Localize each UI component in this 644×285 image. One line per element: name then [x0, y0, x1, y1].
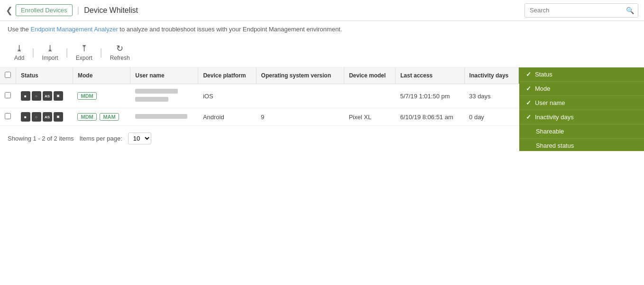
row1-model [344, 84, 395, 108]
select-all-checkbox[interactable] [5, 72, 11, 78]
toolbar: ⤓ Add | ⤓ Import | ⤒ Export | ↻ Refresh [0, 38, 644, 67]
row1-platform: iOS [198, 84, 256, 108]
row1-icon-3: AS [43, 91, 52, 101]
dropdown-item-status[interactable]: ✓Status [519, 67, 644, 82]
row2-mode: MDM MAM [73, 108, 130, 126]
add-icon: ⤓ [16, 43, 23, 54]
dropdown-item-label: User name [535, 99, 565, 106]
dropdown-item-inactivity-days[interactable]: ✓Inactivity days [519, 110, 644, 124]
row1-icon-1: ■ [21, 91, 30, 101]
row1-username [130, 84, 198, 108]
info-bar: Use the Endpoint Management Analyzer to … [0, 21, 644, 38]
row1-username-line2 [135, 97, 168, 102]
row1-username-line1 [135, 89, 178, 94]
col-last-access: Last access [396, 67, 464, 84]
row2-username [130, 108, 198, 126]
check-icon: ✓ [526, 114, 531, 121]
per-page-label: Items per page: [79, 135, 122, 142]
row2-icon-2: ○ [32, 112, 41, 122]
row2-os-version: 9 [256, 108, 344, 126]
toolbar-sep-2: | [66, 47, 68, 58]
import-label: Import [42, 55, 58, 61]
check-icon: ✓ [526, 85, 531, 92]
refresh-icon: ↻ [116, 43, 123, 54]
showing-text: Showing 1 - 2 of 2 items [8, 135, 74, 142]
row1-checkbox-cell[interactable] [0, 84, 16, 108]
row2-platform: Android [198, 108, 256, 126]
refresh-label: Refresh [110, 55, 130, 61]
dropdown-item-label: Shared status [536, 142, 574, 149]
row1-last-access: 5/7/19 1:01:50 pm [396, 84, 464, 108]
header: ❮ Enrolled Devices | Device Whitelist 🔍 [0, 0, 644, 21]
back-arrow-icon[interactable]: ❮ [6, 5, 13, 16]
dropdown-item-shareable[interactable]: Shareable [519, 124, 644, 139]
dropdown-item-mode[interactable]: ✓Mode [519, 82, 644, 96]
column-dropdown-panel: ✓Status✓Mode✓User name✓Inactivity daysSh… [519, 67, 644, 151]
dropdown-item-user-name[interactable]: ✓User name [519, 96, 644, 110]
dropdown-item-label: Inactivity days [535, 114, 574, 121]
dropdown-item-shared-status[interactable]: Shared status [519, 139, 644, 151]
dropdown-item-label: Mode [535, 85, 551, 92]
row1-device-icons: ■ ○ AS ✖ [21, 91, 68, 101]
info-text-before: Use the [8, 26, 30, 33]
check-icon: ✓ [526, 71, 531, 78]
table-wrapper: Status Mode User name Device platform Op… [0, 67, 644, 126]
row2-username-line1 [135, 114, 187, 119]
col-platform: Device platform [198, 67, 256, 84]
col-username: User name [130, 67, 198, 84]
row1-inactivity: 33 days [464, 84, 518, 108]
row2-checkbox-cell[interactable] [0, 108, 16, 126]
row1-status: ■ ○ AS ✖ [16, 84, 73, 108]
col-mode: Mode [73, 67, 130, 84]
toolbar-sep-3: | [100, 47, 102, 58]
row2-mdm-badge: MDM [77, 113, 96, 121]
check-icon: ✓ [526, 99, 531, 106]
refresh-button[interactable]: ↻ Refresh [103, 41, 137, 63]
col-inactivity: Inactivity days [464, 67, 518, 84]
row1-icon-4: ✖ [54, 91, 63, 101]
row2-icon-4: ✖ [54, 112, 63, 122]
row2-mam-badge: MAM [100, 113, 119, 121]
row2-model: Pixel XL [344, 108, 395, 126]
search-input[interactable] [525, 4, 622, 17]
enrolled-devices-button[interactable]: Enrolled Devices [16, 4, 73, 16]
search-icon-button[interactable]: 🔍 [622, 4, 638, 17]
row2-icon-1: ■ [21, 112, 30, 122]
row1-mdm-badge: MDM [77, 92, 96, 100]
row1-icon-2: ○ [32, 91, 41, 101]
analyzer-link[interactable]: Endpoint Management Analyzer [30, 26, 118, 33]
header-select-all[interactable] [0, 67, 16, 84]
row1-checkbox[interactable] [5, 92, 11, 98]
export-icon: ⤒ [81, 43, 88, 54]
export-label: Export [76, 55, 92, 61]
row2-checkbox[interactable] [5, 113, 11, 119]
row2-device-icons: ■ ○ AS ✖ [21, 112, 68, 122]
row2-inactivity: 0 day [464, 108, 518, 126]
import-icon: ⤓ [46, 43, 54, 54]
toolbar-sep-1: | [32, 47, 34, 58]
per-page-select[interactable]: 10 25 50 [128, 133, 151, 144]
col-os-version: Operating system version [256, 67, 344, 84]
info-text-after: to analyze and troubleshoot issues with … [118, 26, 342, 33]
col-model: Device model [344, 67, 395, 84]
row1-os-version [256, 84, 344, 108]
page-title: Device Whitelist [84, 6, 138, 15]
dropdown-item-label: Shareable [536, 128, 564, 135]
add-label: Add [14, 55, 24, 61]
row2-last-access: 6/10/19 8:06:51 am [396, 108, 464, 126]
add-button[interactable]: ⤓ Add [8, 41, 31, 63]
dropdown-item-label: Status [535, 71, 552, 78]
search-box: 🔍 [524, 3, 638, 18]
row2-icon-3: AS [43, 112, 52, 122]
header-divider: | [77, 5, 80, 15]
row1-mode: MDM [73, 84, 130, 108]
import-button[interactable]: ⤓ Import [36, 41, 65, 63]
row2-status: ■ ○ AS ✖ [16, 108, 73, 126]
col-status: Status [16, 67, 73, 84]
export-button[interactable]: ⤒ Export [69, 41, 99, 63]
